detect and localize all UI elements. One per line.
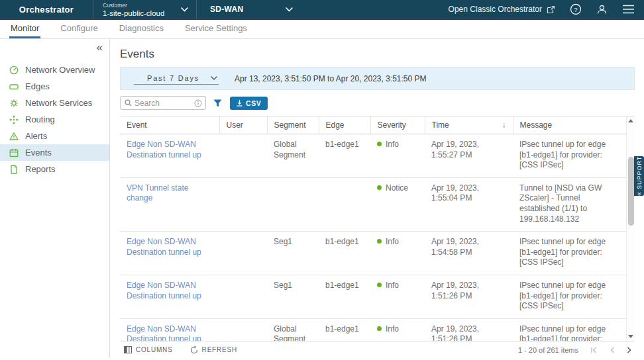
events-table-wrap: Event User Segment Edge Severity Time ↓ … [120, 116, 635, 341]
support-tab[interactable]: « SUPPORT [634, 156, 644, 196]
sort-descending-icon[interactable]: ↓ [502, 120, 506, 130]
sidebar-item-label: Edges [25, 81, 50, 91]
first-page-icon[interactable] [590, 347, 598, 353]
segment-cell: Global Segment [267, 318, 319, 341]
edge-cell: b1-edge1 [319, 232, 370, 275]
scrollbar-thumb[interactable] [628, 157, 634, 226]
severity-label: Info [386, 324, 399, 335]
column-header-edge[interactable]: Edge [319, 116, 370, 134]
help-icon[interactable]: ? [570, 3, 582, 15]
severity-label: Info [386, 140, 399, 150]
event-link[interactable]: Edge Non SD-WAN Destination tunnel up [120, 318, 219, 341]
segment-cell: Global Segment [267, 134, 319, 178]
hamburger-menu-icon[interactable] [622, 5, 635, 14]
tab-monitor[interactable]: Monitor [9, 20, 40, 38]
column-header-event[interactable]: Event [120, 116, 219, 134]
table-scrollbar[interactable] [626, 116, 635, 341]
double-chevron-icon: « [635, 191, 643, 196]
severity-cell: Info [370, 134, 425, 178]
table-row[interactable]: Edge Non SD-WAN Destination tunnel up Gl… [120, 134, 626, 178]
customer-picker[interactable]: Customer 1-site-public-cloud [93, 0, 178, 19]
edge-cell: b1-edge1 [319, 275, 370, 318]
csv-export-button[interactable]: CSV [230, 97, 268, 110]
severity-cell: Info [370, 275, 425, 318]
event-link[interactable]: Edge Non SD-WAN Destination tunnel up [120, 134, 219, 178]
time-cell: Apr 19, 2023, 1:55:27 PM [425, 134, 513, 178]
time-cell: Apr 19, 2023, 1:55:04 PM [425, 177, 513, 231]
table-row[interactable]: Edge Non SD-WAN Destination tunnel up Se… [120, 275, 626, 318]
gauge-icon [9, 66, 19, 75]
user-icon[interactable] [596, 4, 608, 15]
events-table-body: Edge Non SD-WAN Destination tunnel up Gl… [120, 134, 626, 341]
segment-cell: Seg1 [267, 275, 319, 318]
product-picker[interactable]: SD-WAN [197, 0, 293, 19]
customer-chevron-down-icon[interactable] [178, 0, 196, 19]
download-icon [237, 100, 242, 107]
user-cell [219, 177, 267, 231]
table-row[interactable]: VPN Tunnel state change Notice Apr 19, 2… [120, 177, 626, 231]
time-cell: Apr 19, 2023, 1:54:58 PM [425, 232, 513, 275]
column-header-severity[interactable]: Severity [370, 116, 425, 134]
tab-diagnostics[interactable]: Diagnostics [118, 20, 165, 38]
severity-dot [377, 142, 382, 146]
tab-service-settings[interactable]: Service Settings [184, 20, 248, 38]
column-header-segment[interactable]: Segment [267, 116, 319, 134]
search-input[interactable] [134, 99, 191, 108]
event-link[interactable]: VPN Tunnel state change [120, 177, 219, 231]
sidebar-item-label: Network Services [25, 98, 92, 108]
document-icon [9, 165, 19, 174]
open-classic-orchestrator-link[interactable]: Open Classic Orchestrator [449, 5, 555, 14]
sidebar-item-edges[interactable]: Edges [0, 78, 109, 95]
sidebar-item-network-overview[interactable]: Network Overview [0, 62, 109, 78]
event-link[interactable]: Edge Non SD-WAN Destination tunnel up [120, 275, 219, 318]
scroll-up-icon[interactable] [628, 119, 633, 122]
events-page: Events Past 7 Days Apr 13, 2023, 3:51:50… [110, 39, 644, 358]
tab-configure[interactable]: Configure [59, 20, 99, 38]
severity-dot [377, 185, 382, 190]
time-range-select[interactable]: Past 7 Days [134, 73, 219, 85]
severity-dot [377, 326, 382, 331]
event-link[interactable]: Edge Non SD-WAN Destination tunnel up [120, 232, 219, 275]
column-header-message[interactable]: Message [513, 116, 626, 134]
severity-label: Notice [386, 183, 408, 194]
sidebar-item-alerts[interactable]: Alerts [0, 128, 109, 144]
columns-icon [124, 346, 132, 353]
pagination-count: 1 - 20 of 261 items [518, 346, 578, 354]
filter-icon[interactable] [213, 99, 222, 107]
sidebar-collapse-icon[interactable]: « [97, 42, 103, 53]
sidebar-item-reports[interactable]: Reports [0, 161, 109, 177]
column-header-time[interactable]: Time ↓ [425, 116, 513, 134]
date-range-text: Apr 13, 2023, 3:51:50 PM to Apr 20, 2023… [235, 74, 427, 83]
time-range-value: Past 7 Days [138, 74, 199, 82]
csv-button-label: CSV [246, 99, 261, 107]
table-row[interactable]: Edge Non SD-WAN Destination tunnel up Se… [120, 232, 626, 275]
scroll-down-icon[interactable] [628, 335, 633, 338]
refresh-button[interactable]: REFRESH [190, 346, 237, 354]
routing-icon [9, 115, 19, 124]
column-header-user[interactable]: User [219, 116, 267, 134]
previous-page-icon[interactable] [610, 347, 615, 353]
search-icon [125, 99, 132, 107]
date-range-banner: Past 7 Days Apr 13, 2023, 3:51:50 PM to … [120, 67, 635, 90]
sidebar-item-network-services[interactable]: Network Services [0, 95, 109, 111]
info-icon[interactable] [194, 99, 202, 107]
app-header: Orchestrator Customer 1-site-public-clou… [0, 0, 644, 20]
severity-label: Info [386, 281, 399, 291]
external-link-icon [547, 5, 555, 14]
sidebar-item-label: Routing [25, 114, 55, 124]
message-cell: IPsec tunnel up for edge [b1-edge1] for … [513, 318, 626, 341]
edge-cell: b1-edge1 [319, 134, 370, 178]
refresh-icon [190, 346, 198, 354]
product-name: SD-WAN [210, 5, 243, 14]
sidebar-item-routing[interactable]: Routing [0, 111, 109, 128]
sidebar-item-events[interactable]: Events [0, 144, 109, 161]
message-cell: IPsec tunnel up for edge [b1-edge1] for … [513, 232, 626, 275]
table-row[interactable]: Edge Non SD-WAN Destination tunnel up Gl… [120, 318, 626, 341]
search-box [120, 96, 206, 110]
columns-button[interactable]: COLUMNS [124, 346, 173, 353]
calendar-icon [9, 148, 19, 158]
message-cell: IPsec tunnel up for edge [b1-edge1] for … [513, 134, 626, 178]
page-title: Events [120, 48, 635, 61]
next-page-icon[interactable] [627, 347, 632, 353]
sidebar-item-label: Events [25, 148, 52, 158]
